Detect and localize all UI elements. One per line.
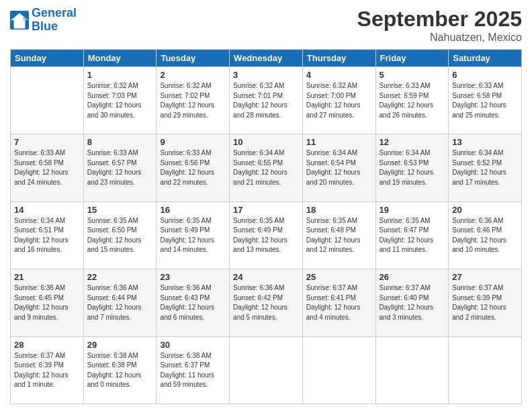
table-row: 9Sunrise: 6:33 AM Sunset: 6:56 PM Daylig… [157,134,230,201]
month-title: September 2025 [357,7,522,32]
table-row: 30Sunrise: 6:38 AM Sunset: 6:37 PM Dayli… [157,336,230,404]
day-info: Sunrise: 6:35 AM Sunset: 6:47 PM Dayligh… [380,216,445,255]
day-number: 3 [233,70,299,80]
day-info: Sunrise: 6:38 AM Sunset: 6:37 PM Dayligh… [160,351,226,390]
table-row: 14Sunrise: 6:34 AM Sunset: 6:51 PM Dayli… [11,201,84,269]
day-info: Sunrise: 6:37 AM Sunset: 6:39 PM Dayligh… [452,283,518,322]
logo: General Blue [10,7,77,34]
day-info: Sunrise: 6:32 AM Sunset: 7:02 PM Dayligh… [160,81,226,120]
day-info: Sunrise: 6:36 AM Sunset: 6:42 PM Dayligh… [233,283,299,322]
day-number: 29 [87,340,153,350]
col-monday: Monday [83,50,157,67]
day-number: 2 [160,70,226,80]
table-row: 26Sunrise: 6:37 AM Sunset: 6:40 PM Dayli… [375,269,449,336]
table-row: 8Sunrise: 6:33 AM Sunset: 6:57 PM Daylig… [83,134,157,201]
table-row: 20Sunrise: 6:36 AM Sunset: 6:46 PM Dayli… [449,201,522,269]
table-row: 4Sunrise: 6:32 AM Sunset: 7:00 PM Daylig… [302,67,375,134]
calendar-header-row: Sunday Monday Tuesday Wednesday Thursday… [11,50,522,67]
table-row: 18Sunrise: 6:35 AM Sunset: 6:48 PM Dayli… [302,201,375,269]
calendar-week-4: 21Sunrise: 6:36 AM Sunset: 6:45 PM Dayli… [11,269,522,336]
location: Nahuatzen, Mexico [357,32,522,44]
day-info: Sunrise: 6:33 AM Sunset: 6:58 PM Dayligh… [452,81,518,120]
day-info: Sunrise: 6:37 AM Sunset: 6:40 PM Dayligh… [380,283,445,322]
day-info: Sunrise: 6:36 AM Sunset: 6:44 PM Dayligh… [87,283,153,322]
day-info: Sunrise: 6:32 AM Sunset: 7:03 PM Dayligh… [87,81,153,120]
calendar-week-3: 14Sunrise: 6:34 AM Sunset: 6:51 PM Dayli… [11,201,522,269]
title-block: September 2025 Nahuatzen, Mexico [357,7,522,44]
col-sunday: Sunday [11,50,84,67]
table-row: 25Sunrise: 6:37 AM Sunset: 6:41 PM Dayli… [302,269,375,336]
table-row: 6Sunrise: 6:33 AM Sunset: 6:58 PM Daylig… [449,67,522,134]
page: General Blue September 2025 Nahuatzen, M… [0,0,532,411]
day-number: 22 [87,272,153,282]
table-row: 7Sunrise: 6:33 AM Sunset: 6:58 PM Daylig… [11,134,84,201]
table-row [449,336,522,404]
day-info: Sunrise: 6:36 AM Sunset: 6:43 PM Dayligh… [160,283,226,322]
day-info: Sunrise: 6:33 AM Sunset: 6:56 PM Dayligh… [160,148,226,187]
table-row: 21Sunrise: 6:36 AM Sunset: 6:45 PM Dayli… [11,269,84,336]
day-number: 5 [380,70,445,80]
col-thursday: Thursday [302,50,375,67]
day-info: Sunrise: 6:33 AM Sunset: 6:57 PM Dayligh… [87,148,153,187]
day-info: Sunrise: 6:34 AM Sunset: 6:54 PM Dayligh… [306,148,372,187]
day-number: 10 [233,137,299,147]
day-info: Sunrise: 6:36 AM Sunset: 6:45 PM Dayligh… [14,283,80,322]
day-number: 20 [452,205,518,215]
day-info: Sunrise: 6:34 AM Sunset: 6:52 PM Dayligh… [452,148,518,187]
col-saturday: Saturday [449,50,522,67]
day-info: Sunrise: 6:35 AM Sunset: 6:50 PM Dayligh… [87,216,153,255]
day-info: Sunrise: 6:36 AM Sunset: 6:46 PM Dayligh… [452,216,518,255]
table-row: 3Sunrise: 6:32 AM Sunset: 7:01 PM Daylig… [230,67,303,134]
calendar-week-1: 1Sunrise: 6:32 AM Sunset: 7:03 PM Daylig… [11,67,522,134]
col-friday: Friday [375,50,449,67]
day-number: 25 [306,272,372,282]
day-number: 7 [14,137,80,147]
day-number: 23 [160,272,226,282]
day-number: 21 [14,272,80,282]
table-row: 5Sunrise: 6:33 AM Sunset: 6:59 PM Daylig… [375,67,449,134]
day-number: 27 [452,272,518,282]
table-row [302,336,375,404]
day-number: 18 [306,205,372,215]
table-row: 15Sunrise: 6:35 AM Sunset: 6:50 PM Dayli… [83,201,157,269]
day-info: Sunrise: 6:34 AM Sunset: 6:55 PM Dayligh… [233,148,299,187]
day-info: Sunrise: 6:34 AM Sunset: 6:51 PM Dayligh… [14,216,80,255]
table-row: 12Sunrise: 6:34 AM Sunset: 6:53 PM Dayli… [375,134,449,201]
day-info: Sunrise: 6:33 AM Sunset: 6:58 PM Dayligh… [14,148,80,187]
day-number: 6 [452,70,518,80]
table-row [11,67,84,134]
day-info: Sunrise: 6:33 AM Sunset: 6:59 PM Dayligh… [380,81,445,120]
table-row: 23Sunrise: 6:36 AM Sunset: 6:43 PM Dayli… [157,269,230,336]
table-row: 16Sunrise: 6:35 AM Sunset: 6:49 PM Dayli… [157,201,230,269]
day-info: Sunrise: 6:34 AM Sunset: 6:53 PM Dayligh… [380,148,445,187]
table-row: 10Sunrise: 6:34 AM Sunset: 6:55 PM Dayli… [230,134,303,201]
logo-text: General Blue [32,7,77,34]
table-row: 22Sunrise: 6:36 AM Sunset: 6:44 PM Dayli… [83,269,157,336]
day-number: 26 [380,272,445,282]
day-number: 28 [14,340,80,350]
day-info: Sunrise: 6:32 AM Sunset: 7:00 PM Dayligh… [306,81,372,120]
table-row: 28Sunrise: 6:37 AM Sunset: 6:39 PM Dayli… [11,336,84,404]
day-info: Sunrise: 6:35 AM Sunset: 6:49 PM Dayligh… [233,216,299,255]
day-number: 9 [160,137,226,147]
table-row: 29Sunrise: 6:38 AM Sunset: 6:38 PM Dayli… [83,336,157,404]
calendar-table: Sunday Monday Tuesday Wednesday Thursday… [10,49,522,404]
table-row: 1Sunrise: 6:32 AM Sunset: 7:03 PM Daylig… [83,67,157,134]
day-number: 19 [380,205,445,215]
day-number: 17 [233,205,299,215]
day-number: 8 [87,137,153,147]
calendar-week-5: 28Sunrise: 6:37 AM Sunset: 6:39 PM Dayli… [11,336,522,404]
table-row: 19Sunrise: 6:35 AM Sunset: 6:47 PM Dayli… [375,201,449,269]
day-number: 24 [233,272,299,282]
logo-general: General [32,6,77,19]
table-row: 17Sunrise: 6:35 AM Sunset: 6:49 PM Dayli… [230,201,303,269]
day-number: 30 [160,340,226,350]
day-number: 1 [87,70,153,80]
table-row: 2Sunrise: 6:32 AM Sunset: 7:02 PM Daylig… [157,67,230,134]
day-number: 12 [380,137,445,147]
table-row: 24Sunrise: 6:36 AM Sunset: 6:42 PM Dayli… [230,269,303,336]
day-number: 14 [14,205,80,215]
header: General Blue September 2025 Nahuatzen, M… [10,7,522,44]
day-info: Sunrise: 6:32 AM Sunset: 7:01 PM Dayligh… [233,81,299,120]
logo-blue: Blue [32,20,77,34]
